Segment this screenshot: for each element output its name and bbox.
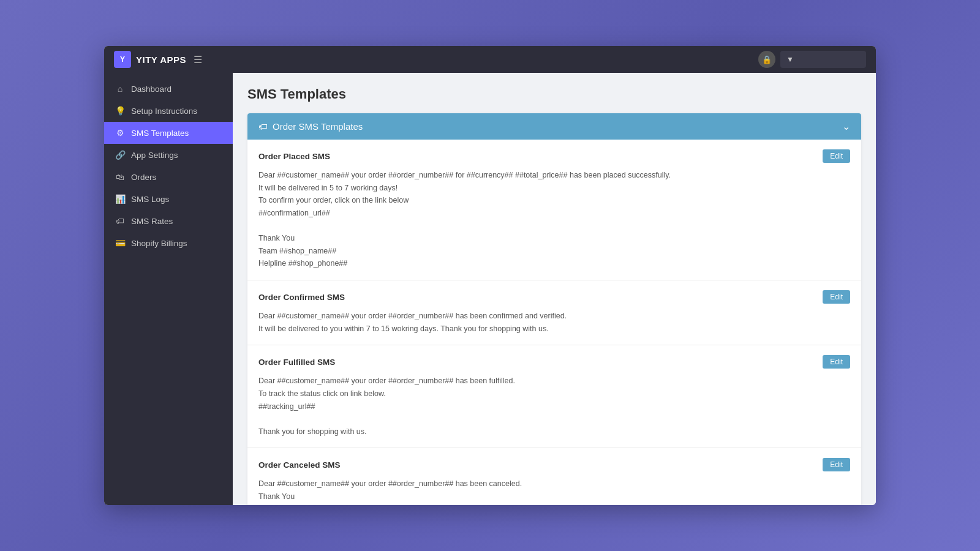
menu-icon[interactable]: ☰ [194,54,202,66]
sidebar-item-label-app-settings: App Settings [131,151,178,160]
dropdown-caret: ▼ [786,55,794,64]
user-icon: 🔒 [758,51,775,68]
app-window: Y YITY APPS ☰ 🔒 ▼ ⌂ Dashboard 💡 Setup In… [104,46,876,505]
dashboard-icon: ⌂ [115,84,125,94]
section-header-icon: 🏷 [258,121,268,132]
sms-logs-icon: 📊 [115,194,125,204]
template-title-order-placed: Order Placed SMS [258,152,330,161]
sidebar-item-dashboard[interactable]: ⌂ Dashboard [104,78,233,100]
template-header-order-confirmed: Order Confirmed SMS Edit [258,290,850,304]
setup-icon: 💡 [115,106,125,116]
section-collapse-icon[interactable]: ⌄ [842,121,850,132]
edit-button-order-confirmed[interactable]: Edit [823,290,850,304]
sidebar-item-sms-templates[interactable]: ⚙ SMS Templates [104,122,233,144]
shopify-billings-icon: 💳 [115,238,125,248]
section-card: 🏷 Order SMS Templates ⌄ Order Placed SMS… [247,113,861,505]
template-header-order-placed: Order Placed SMS Edit [258,149,850,163]
main-panel: SMS Templates 🏷 Order SMS Templates ⌄ Or… [233,73,876,505]
sidebar-item-label-dashboard: Dashboard [131,84,172,94]
brand-name: YITY APPS [136,54,186,65]
sidebar-item-orders[interactable]: 🛍 Orders [104,166,233,188]
template-title-order-canceled: Order Canceled SMS [258,460,341,470]
template-body-order-canceled: Dear ##customer_name## your order ##orde… [258,478,850,505]
sidebar-item-shopify-billings[interactable]: 💳 Shopify Billings [104,232,233,254]
sidebar-item-sms-logs[interactable]: 📊 SMS Logs [104,188,233,210]
sidebar-item-label-sms-rates: SMS Rates [131,217,173,226]
template-title-order-confirmed: Order Confirmed SMS [258,293,345,302]
template-body-order-placed: Dear ##customer_name## your order ##orde… [258,169,850,270]
user-dropdown[interactable]: ▼ [780,51,866,68]
template-header-order-fulfilled: Order Fulfilled SMS Edit [258,355,850,369]
sidebar-item-label-orders: Orders [131,173,156,182]
orders-icon: 🛍 [115,172,125,182]
sms-templates-icon: ⚙ [115,128,125,138]
section-header[interactable]: 🏷 Order SMS Templates ⌄ [247,113,861,140]
app-settings-icon: 🔗 [115,150,125,160]
content-area: ⌂ Dashboard 💡 Setup Instructions ⚙ SMS T… [104,73,876,505]
sidebar-item-label-sms-templates: SMS Templates [131,129,189,138]
template-header-order-canceled: Order Canceled SMS Edit [258,458,850,471]
sms-rates-icon: 🏷 [115,216,125,226]
template-body-order-fulfilled: Dear ##customer_name## your order ##orde… [258,375,850,438]
section-header-left: 🏷 Order SMS Templates [258,121,363,132]
sidebar-item-sms-rates[interactable]: 🏷 SMS Rates [104,210,233,232]
logo-icon: Y [114,51,131,68]
template-body-order-confirmed: Dear ##customer_name## your order ##orde… [258,310,850,335]
edit-button-order-fulfilled[interactable]: Edit [823,355,850,369]
sidebar-item-label-setup: Setup Instructions [131,107,197,116]
brand-logo: Y YITY APPS [114,51,186,68]
template-order-placed: Order Placed SMS Edit Dear ##customer_na… [247,140,861,280]
sidebar-item-label-shopify-billings: Shopify Billings [131,239,187,248]
template-order-confirmed: Order Confirmed SMS Edit Dear ##customer… [247,280,861,345]
sidebar: ⌂ Dashboard 💡 Setup Instructions ⚙ SMS T… [104,73,233,505]
topbar: Y YITY APPS ☰ 🔒 ▼ [104,46,876,73]
template-order-fulfilled: Order Fulfilled SMS Edit Dear ##customer… [247,345,861,448]
sidebar-item-label-sms-logs: SMS Logs [131,195,169,204]
template-order-canceled: Order Canceled SMS Edit Dear ##customer_… [247,448,861,505]
edit-button-order-placed[interactable]: Edit [823,149,850,163]
page-title: SMS Templates [247,86,861,102]
edit-button-order-canceled[interactable]: Edit [823,458,850,471]
sidebar-item-setup-instructions[interactable]: 💡 Setup Instructions [104,100,233,122]
section-header-title: Order SMS Templates [273,121,363,132]
template-title-order-fulfilled: Order Fulfilled SMS [258,358,335,367]
topbar-right: 🔒 ▼ [758,51,866,68]
sidebar-item-app-settings[interactable]: 🔗 App Settings [104,144,233,166]
